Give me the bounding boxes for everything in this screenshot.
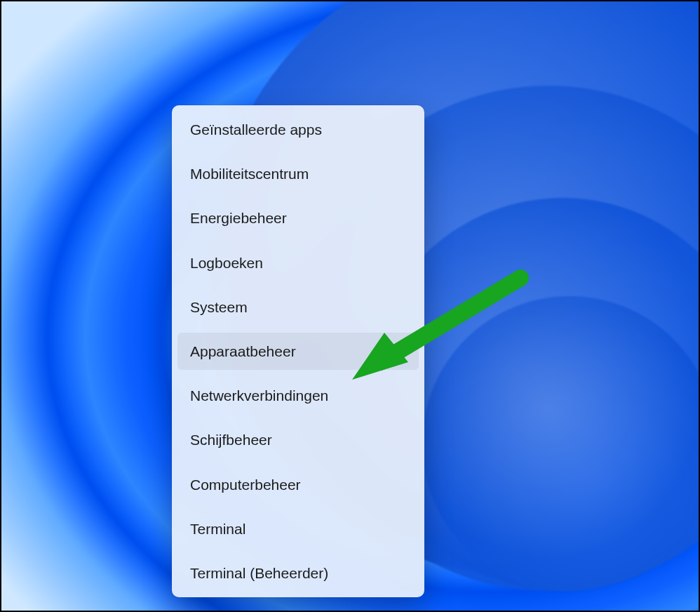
menu-item-label: Logboeken [190, 255, 263, 271]
menu-item-event-viewer[interactable]: Logboeken [177, 244, 419, 281]
menu-item-label: Schijfbeheer [190, 432, 272, 448]
menu-item-disk-management[interactable]: Schijfbeheer [177, 421, 419, 458]
menu-item-installed-apps[interactable]: Geïnstalleerde apps [177, 111, 419, 148]
menu-item-label: Systeem [190, 299, 248, 315]
menu-item-label: Mobiliteitscentrum [190, 166, 309, 182]
winx-context-menu[interactable]: Geïnstalleerde apps Mobiliteitscentrum E… [172, 105, 424, 597]
menu-item-power-options[interactable]: Energiebeheer [177, 199, 419, 237]
menu-item-label: Netwerkverbindingen [190, 387, 328, 404]
menu-item-network-connections[interactable]: Netwerkverbindingen [177, 377, 419, 414]
menu-item-label: Energiebeheer [190, 210, 287, 226]
menu-item-terminal[interactable]: Terminal [177, 510, 419, 547]
menu-item-computer-management[interactable]: Computerbeheer [177, 466, 419, 503]
menu-item-label: Terminal [190, 521, 245, 537]
menu-item-terminal-admin[interactable]: Terminal (Beheerder) [177, 554, 419, 592]
menu-item-label: Computerbeheer [190, 477, 301, 493]
menu-item-device-manager[interactable]: Apparaatbeheer [177, 333, 419, 370]
menu-item-label: Geïnstalleerde apps [190, 121, 322, 138]
menu-item-system[interactable]: Systeem [177, 288, 419, 326]
menu-item-mobility-center[interactable]: Mobiliteitscentrum [177, 155, 419, 192]
menu-item-label: Terminal (Beheerder) [190, 565, 328, 581]
menu-item-label: Apparaatbeheer [190, 343, 296, 359]
